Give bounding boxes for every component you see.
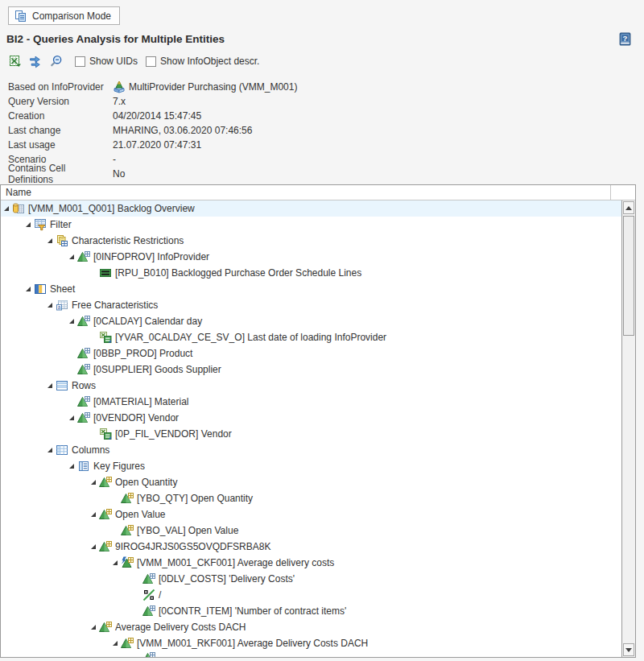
scroll-down-button[interactable]	[623, 643, 634, 656]
comparison-mode-label: Comparison Mode	[32, 10, 111, 22]
expand-collapse-arrow-icon[interactable]	[23, 221, 34, 229]
detail-value: 04/20/2014 15:47:45	[113, 110, 201, 122]
page-title: BI2 - Queries Analysis for Multiple Enti…	[6, 33, 225, 45]
tree-row[interactable]: [0CONTR_ITEM] 'Number of contract items'	[1, 603, 621, 619]
key-figure-icon	[121, 637, 134, 650]
tree-row[interactable]: [0P_FIL_VENDOR] Vendor	[1, 426, 621, 442]
detail-label: Last usage	[8, 139, 113, 151]
tree-item-label: [0DLV_COSTS] 'Delivery Costs'	[155, 573, 295, 585]
tree-row[interactable]: [VMM_M001_CKF001] Average delivery costs	[1, 555, 621, 571]
tree-item-label: /	[155, 589, 161, 601]
comparison-mode-button[interactable]: Comparison Mode	[8, 6, 120, 25]
characteristic-icon	[142, 605, 155, 618]
tree-row[interactable]: Average Delivery Costs DACH	[1, 619, 621, 635]
tree-row[interactable]: [0DLV_COSTS] 'Delivery Costs'	[1, 571, 621, 587]
expand-collapse-arrow-icon[interactable]	[88, 623, 99, 631]
tree-item-label: [0CONTR_ITEM] 'Number of contract items'	[155, 605, 346, 617]
expand-collapse-arrow-icon[interactable]	[88, 510, 99, 518]
detail-row: Creation04/20/2014 15:47:45	[8, 109, 297, 123]
expand-collapse-arrow-icon[interactable]	[109, 639, 121, 647]
show-uids-label: Show UIDs	[89, 56, 138, 67]
expand-collapse-arrow-icon[interactable]	[1, 204, 12, 213]
detail-row: Query Version7.x	[8, 94, 297, 109]
tree-row[interactable]: Columns	[1, 442, 621, 458]
scrollbar-thumb[interactable]	[623, 216, 634, 336]
tree-item-label: Key Figures	[90, 461, 145, 472]
tree-row[interactable]: [0BBP_PROD] Product	[1, 345, 621, 361]
expand-collapse-arrow-icon[interactable]	[44, 301, 56, 309]
expand-collapse-arrow-icon[interactable]	[66, 414, 77, 422]
characteristic-icon	[77, 363, 90, 376]
detail-label: Last change	[8, 125, 113, 136]
expand-collapse-arrow-icon[interactable]	[109, 559, 121, 567]
tree-rows-container: [VMM_M001_Q001] Backlog OverviewFilterCh…	[1, 200, 621, 657]
excel-export-icon[interactable]	[8, 54, 23, 68]
key-figure-icon	[121, 492, 134, 505]
tree-row[interactable]	[1, 651, 621, 657]
expand-collapse-arrow-icon[interactable]	[66, 317, 77, 325]
tree-row[interactable]: Rows	[1, 378, 621, 394]
tree-row[interactable]: Open Value	[1, 506, 621, 523]
key-figure-icon	[99, 621, 112, 634]
tree-row[interactable]: [VMM_M001_RKF001] Average Delivery Costs…	[1, 635, 621, 651]
tree-item-label: Average Delivery Costs DACH	[112, 622, 246, 633]
tree-row[interactable]: [0SUPPLIER] Goods Supplier	[1, 361, 621, 378]
tree-row[interactable]: [0CALDAY] Calendar day	[1, 313, 621, 329]
tree-row[interactable]: /	[1, 587, 621, 603]
detail-label: Based on InfoProvider	[8, 81, 113, 93]
tree-item-label: [VMM_M001_Q001] Backlog Overview	[25, 203, 195, 214]
characteristic-icon	[77, 250, 90, 263]
tree-row[interactable]: 9IROG4JRJS0GS5OVQDFSRBA8K	[1, 539, 621, 555]
tree-row[interactable]: Key Figures	[1, 458, 621, 474]
multiprovider-icon	[113, 81, 126, 93]
rows-icon	[56, 379, 68, 392]
expand-collapse-arrow-icon[interactable]	[44, 237, 56, 245]
detail-value: 7.x	[113, 96, 126, 107]
copy-pages-icon	[14, 10, 27, 23]
tree-row[interactable]: Characteristic Restrictions	[1, 233, 621, 249]
help-book-icon[interactable]: ?	[618, 32, 633, 47]
tree-row[interactable]: [YBO_QTY] Open Quantity	[1, 490, 621, 506]
operator-icon	[142, 589, 155, 601]
key-figures-icon	[77, 460, 90, 473]
tree-row[interactable]: [YVAR_0CALDAY_CE_SV_O] Last date of load…	[1, 329, 621, 345]
show-infoobject-checkbox[interactable]	[146, 56, 156, 67]
expand-collapse-arrow-icon[interactable]	[44, 382, 56, 390]
detail-row: Last usage21.07.2020 07:47:31	[8, 138, 297, 152]
expand-collapse-arrow-icon[interactable]	[66, 462, 77, 470]
tree-row[interactable]: aFree Characteristics	[1, 297, 621, 313]
tree-row[interactable]: Sheet	[1, 281, 621, 297]
tree-item-label: [0VENDOR] Vendor	[90, 412, 179, 423]
expand-collapse-arrow-icon[interactable]	[88, 478, 99, 486]
expand-collapse-arrow-icon[interactable]	[88, 543, 99, 551]
expand-collapse-arrow-icon[interactable]	[23, 285, 34, 293]
characteristic-icon	[77, 395, 90, 408]
show-uids-checkbox[interactable]	[75, 56, 85, 67]
tree-row[interactable]: [VMM_M001_Q001] Backlog Overview	[1, 200, 621, 217]
show-infoobject-group: Show InfoObject descr.	[146, 56, 259, 67]
tree-item-label: [VMM_M001_RKF001] Average Delivery Costs…	[134, 638, 368, 649]
tree-item-label: Open Value	[112, 509, 166, 520]
search-magnifier-icon[interactable]	[48, 54, 63, 68]
tree-row[interactable]: [0MATERIAL] Material	[1, 394, 621, 410]
key-figure-icon	[99, 540, 112, 553]
tree-item-label: Filter	[47, 219, 72, 230]
detail-value: -	[113, 154, 116, 165]
tree-row[interactable]: [0INFOPROV] InfoProvider	[1, 249, 621, 265]
tree-item-label: Open Quantity	[112, 477, 177, 488]
scroll-up-button[interactable]	[623, 201, 634, 214]
tree-row[interactable]: [0VENDOR] Vendor	[1, 410, 621, 426]
expand-collapse-arrow-icon[interactable]	[44, 446, 56, 454]
tree-row[interactable]: [YBO_VAL] Open Value	[1, 523, 621, 539]
vertical-scrollbar[interactable]	[621, 200, 635, 657]
detail-value-text: MHARING, 03.06.2020 07:46:56	[113, 125, 252, 136]
expand-collapse-arrow-icon[interactable]	[66, 253, 77, 261]
tree-item-label: Sheet	[47, 283, 75, 295]
columns-icon	[56, 444, 68, 457]
tree-row[interactable]: [RPU_B010] Backlogged Purchase Order Sch…	[1, 265, 621, 281]
tree-row[interactable]: Filter	[1, 217, 621, 233]
transfer-arrows-icon[interactable]	[28, 54, 43, 68]
tree-item-label: 9IROG4JRJS0GS5OVQDFSRBA8K	[112, 541, 270, 552]
tree-row[interactable]: Open Quantity	[1, 474, 621, 490]
tree-item-label: [0SUPPLIER] Goods Supplier	[90, 364, 221, 375]
